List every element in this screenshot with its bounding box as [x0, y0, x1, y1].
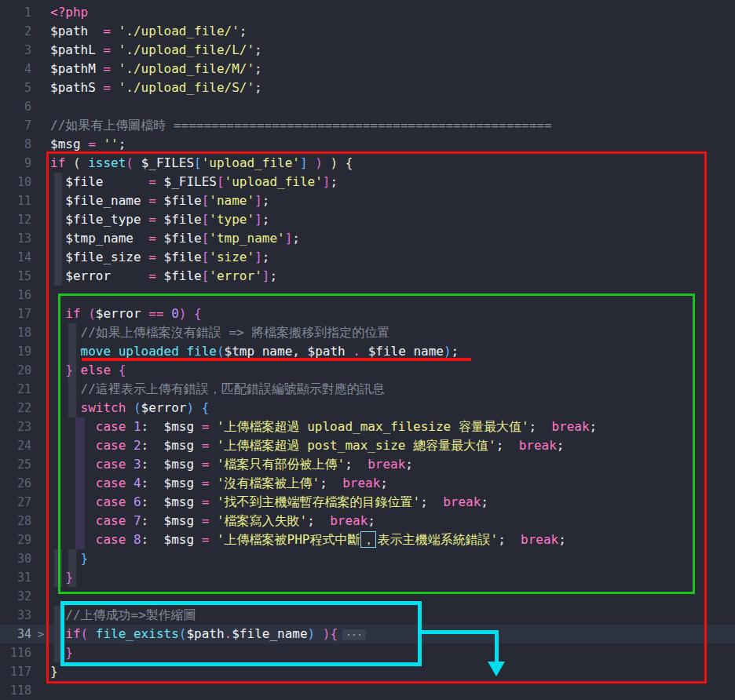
line-number[interactable]: 22 [0, 399, 31, 417]
code-line-2[interactable]: 2$path = './upload_file/'; [0, 22, 735, 41]
line-number[interactable]: 8 [0, 135, 31, 154]
token-p [133, 231, 148, 246]
code-line-34[interactable]: 34> if( file_exists($path.$file_name) ){… [0, 625, 735, 643]
code-line-27[interactable]: 27 case 6: $msg = '找不到主機端暫存檔案的目錄位置'; bre… [0, 493, 735, 512]
code-line-26[interactable]: 26 case 4: $msg = '沒有檔案被上傳'; break; [0, 474, 735, 493]
token-p [111, 268, 148, 283]
code-line-13[interactable]: 13 $tmp_name = $file['tmp_name']; [0, 229, 735, 248]
line-number[interactable]: 11 [0, 191, 31, 210]
token-p [209, 476, 217, 490]
code-line-28[interactable]: 28 case 7: $msg = '檔案寫入失敗'; break; [0, 512, 735, 530]
code-text: switch ($error) { [50, 399, 209, 417]
code-line-116[interactable]: 116 } [0, 643, 735, 662]
line-number[interactable]: 31 [0, 568, 31, 587]
line-number[interactable]: 28 [0, 512, 31, 530]
code-line-14[interactable]: 14 $file_size = $file['size']; [0, 248, 735, 267]
token-p [103, 174, 148, 189]
line-number[interactable]: 10 [0, 173, 31, 191]
code-line-29[interactable]: 29 case 8: $msg = '上傳檔案被PHP程式中斷，表示主機端系統錯… [0, 530, 735, 549]
token-p [141, 306, 149, 321]
code-line-1[interactable]: 1<?php [0, 3, 735, 22]
line-number[interactable]: 26 [0, 474, 31, 493]
code-line-19[interactable]: 19 move_uploaded_file($tmp_name, $path .… [0, 342, 735, 361]
code-line-4[interactable]: 4$pathM = './upload_file/M/'; [0, 60, 735, 78]
line-number[interactable]: 34 [0, 625, 31, 643]
line-number[interactable]: 1 [0, 3, 31, 22]
code-line-118[interactable]: 118 [0, 681, 735, 700]
code-line-20[interactable]: 20 } else { [0, 361, 735, 380]
code-line-12[interactable]: 12 $file_type = $file['type']; [0, 210, 735, 229]
token-v: $file [164, 212, 202, 227]
token-v: $msg [50, 137, 81, 151]
line-number[interactable]: 9 [0, 154, 31, 173]
line-number[interactable]: 32 [0, 587, 31, 606]
line-number[interactable]: 30 [0, 549, 31, 568]
token-b: ) [444, 344, 452, 359]
token-p [209, 532, 217, 547]
token-n: 4 [126, 476, 141, 490]
token-o: [ [217, 174, 225, 189]
line-number[interactable]: 15 [0, 267, 31, 286]
code-line-24[interactable]: 24 case 2: $msg = '上傳檔案超過 post_max_size … [0, 436, 735, 455]
code-line-33[interactable]: 33 //上傳成功=>製作縮圖 [0, 606, 735, 625]
line-number[interactable]: 2 [0, 22, 31, 41]
token-k: if [50, 306, 81, 321]
line-number[interactable]: 33 [0, 606, 31, 625]
line-number[interactable]: 27 [0, 493, 31, 512]
line-number[interactable]: 5 [0, 78, 31, 97]
folded-code-ellipsis[interactable]: ··· [342, 629, 366, 640]
line-number[interactable]: 25 [0, 455, 31, 474]
code-line-5[interactable]: 5$pathS = './upload_file/S/'; [0, 78, 735, 97]
code-line-17[interactable]: 17 if ($error == 0) { [0, 304, 735, 323]
line-number[interactable]: 117 [0, 662, 31, 681]
line-number[interactable]: 18 [0, 323, 31, 342]
code-line-117[interactable]: 117} [0, 662, 735, 681]
line-number[interactable]: 21 [0, 380, 31, 399]
line-number[interactable]: 116 [0, 643, 31, 662]
code-line-9[interactable]: 9if ( isset( $_FILES['upload_file'] ) ) … [0, 154, 735, 173]
line-number[interactable]: 24 [0, 436, 31, 455]
code-line-3[interactable]: 3$pathL = './upload_file/L/'; [0, 41, 735, 60]
line-number[interactable]: 29 [0, 530, 31, 549]
code-line-21[interactable]: 21 //這裡表示上傳有錯誤，匹配錯誤編號顯示對應的訊息 [0, 380, 735, 399]
token-p [194, 494, 202, 509]
code-line-32[interactable]: 32 [0, 587, 735, 606]
line-number[interactable]: 14 [0, 248, 31, 267]
line-number[interactable]: 7 [0, 116, 31, 135]
line-number[interactable]: 118 [0, 681, 31, 700]
line-number[interactable]: 12 [0, 210, 31, 229]
token-p: ; [330, 174, 338, 189]
fold-column [31, 229, 50, 248]
line-number[interactable]: 6 [0, 97, 31, 116]
token-k: = [148, 250, 156, 264]
code-line-25[interactable]: 25 case 3: $msg = '檔案只有部份被上傳'; break; [0, 455, 735, 474]
line-number[interactable]: 16 [0, 286, 31, 304]
token-s: 'type' [209, 212, 254, 227]
line-number[interactable]: 4 [0, 60, 31, 78]
code-line-18[interactable]: 18 //如果上傳檔案沒有錯誤 => 將檔案搬移到指定的位置 [0, 323, 735, 342]
code-line-31[interactable]: 31 } [0, 568, 735, 587]
code-line-30[interactable]: 30 } [0, 549, 735, 568]
code-text: } [50, 643, 73, 662]
code-line-23[interactable]: 23 case 1: $msg = '上傳檔案超過 upload_max_fil… [0, 417, 735, 436]
code-line-7[interactable]: 7//如果有上傳圖檔時 ============================… [0, 116, 735, 135]
fold-chevron-icon[interactable]: > [31, 625, 50, 643]
token-k: break [330, 513, 368, 528]
code-line-10[interactable]: 10 $file = $_FILES['upload_file']; [0, 173, 735, 191]
line-number[interactable]: 17 [0, 304, 31, 323]
code-line-16[interactable]: 16 [0, 286, 735, 304]
line-number[interactable]: 20 [0, 361, 31, 380]
token-p [209, 494, 217, 509]
token-k: = [202, 419, 210, 434]
fold-column [31, 22, 50, 41]
code-line-15[interactable]: 15 $error = $file['error']; [0, 267, 735, 286]
code-line-11[interactable]: 11 $file_name = $file['name']; [0, 191, 735, 210]
code-line-6[interactable]: 6 [0, 97, 735, 116]
line-number[interactable]: 13 [0, 229, 31, 248]
code-line-8[interactable]: 8$msg = ''; [0, 135, 735, 154]
code-text: $file = $_FILES['upload_file']; [50, 173, 338, 191]
line-number[interactable]: 23 [0, 417, 31, 436]
code-line-22[interactable]: 22 switch ($error) { [0, 399, 735, 417]
line-number[interactable]: 3 [0, 41, 31, 60]
line-number[interactable]: 19 [0, 342, 31, 361]
